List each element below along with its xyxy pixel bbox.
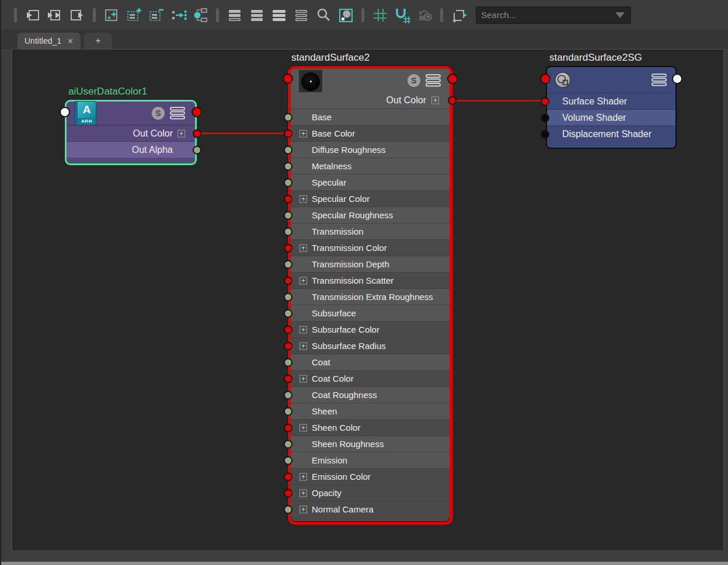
attribute-port[interactable] [284, 489, 292, 497]
attribute-row[interactable]: Emission Color [291, 468, 450, 484]
attribute-row[interactable]: Sheen [291, 403, 450, 419]
output-attribute-row[interactable]: Out Alpha [67, 141, 195, 158]
display-full-mode-icon[interactable] [270, 6, 288, 25]
shader-slot-row[interactable]: Surface Shader [547, 93, 675, 109]
expand-icon[interactable] [299, 195, 307, 203]
attribute-row[interactable]: Metalness [291, 158, 450, 174]
attribute-row[interactable]: Diffuse Roughness [291, 141, 450, 158]
node-header[interactable]: S [291, 69, 450, 92]
refresh-layout-icon[interactable] [450, 6, 468, 25]
attribute-row[interactable]: Transmission Color [291, 239, 450, 256]
display-simple-mode-icon[interactable] [225, 6, 244, 25]
node-header[interactable] [547, 67, 675, 93]
show-output-connections-icon[interactable] [68, 6, 86, 25]
node-output-port[interactable] [191, 107, 202, 117]
attribute-port[interactable] [284, 407, 292, 416]
attribute-row[interactable]: Sheen Roughness [291, 435, 450, 452]
out-color-port[interactable] [448, 96, 457, 105]
expand-icon[interactable] [177, 130, 185, 137]
expand-icon[interactable] [299, 505, 307, 513]
connection-wire-outcolor-surfaceshader[interactable] [451, 100, 548, 102]
attribute-port[interactable] [284, 456, 292, 465]
show-input-output-connections-icon[interactable] [46, 6, 64, 25]
attribute-row[interactable]: Transmission Extra Roughness [291, 288, 450, 305]
expand-icon[interactable] [299, 489, 307, 497]
expand-attributes-icon[interactable] [169, 106, 187, 120]
connect-on-drop-icon[interactable] [169, 6, 187, 25]
display-custom-mode-icon[interactable] [292, 6, 311, 25]
attribute-port[interactable] [193, 145, 201, 154]
attribute-port[interactable] [284, 162, 292, 170]
expand-icon[interactable] [299, 375, 307, 382]
swatch-badge-icon[interactable]: S [152, 107, 165, 120]
attribute-row[interactable]: Normal Camera [291, 501, 450, 517]
restore-graph-icon[interactable] [415, 6, 434, 25]
search-box[interactable] [476, 6, 631, 24]
attribute-port[interactable] [284, 194, 292, 203]
expand-attributes-icon[interactable] [425, 74, 443, 88]
node-body[interactable]: S Out Color Base Base Color [288, 66, 452, 525]
expand-icon[interactable] [299, 326, 307, 333]
shader-slot-port[interactable] [541, 113, 549, 122]
attribute-row[interactable]: Opacity [291, 484, 450, 501]
output-attribute-row[interactable]: Out Color [67, 125, 195, 141]
attribute-row[interactable]: Subsurface Radius [291, 337, 450, 354]
display-connected-mode-icon[interactable] [248, 6, 266, 25]
node-header[interactable]: A ARN S [67, 102, 195, 125]
attribute-row[interactable]: Specular Color [291, 190, 450, 207]
new-tab-button[interactable]: + [84, 33, 112, 49]
toggle-grid-icon[interactable] [371, 6, 389, 25]
attribute-row[interactable]: Coat Roughness [291, 386, 450, 403]
node-standardsurface2sg[interactable]: standardSurface2SG Surface [546, 52, 677, 149]
node-input-port[interactable] [283, 74, 293, 84]
expand-icon[interactable] [431, 97, 439, 104]
attribute-row[interactable]: Transmission Scatter [291, 272, 450, 288]
attribute-row[interactable]: Coat Color [291, 370, 450, 386]
attribute-row[interactable]: Coat [291, 354, 450, 370]
expand-icon[interactable] [299, 342, 307, 350]
node-standardsurface2[interactable]: standardSurface2 S Out Color [288, 52, 458, 525]
attribute-port[interactable] [284, 145, 292, 154]
attribute-port[interactable] [284, 423, 292, 432]
tab-untitled-1[interactable]: Untitled_1 [18, 33, 81, 49]
sparkle-box-icon[interactable] [102, 6, 121, 25]
expand-attributes-icon[interactable] [651, 73, 668, 87]
node-output-port[interactable] [447, 74, 458, 84]
add-nodes-to-graph-icon[interactable] [124, 6, 143, 25]
attribute-port[interactable] [284, 178, 292, 187]
attribute-port[interactable] [284, 211, 292, 219]
node-input-port[interactable] [60, 107, 70, 117]
attribute-port[interactable] [284, 292, 292, 301]
attribute-row[interactable]: Specular [291, 174, 450, 190]
material-swatch-icon[interactable] [336, 6, 355, 25]
shader-slot-port[interactable] [541, 130, 549, 138]
attribute-port[interactable] [284, 276, 292, 285]
expand-icon[interactable] [299, 244, 307, 252]
attribute-port[interactable] [284, 390, 292, 399]
attribute-port[interactable] [284, 358, 292, 367]
attribute-port[interactable] [284, 113, 292, 121]
expand-icon[interactable] [299, 473, 307, 480]
node-output-port[interactable] [672, 74, 682, 84]
attribute-row[interactable]: Subsurface Color [291, 321, 450, 337]
attribute-port[interactable] [284, 309, 292, 318]
attribute-port[interactable] [284, 472, 292, 481]
attribute-port[interactable] [284, 243, 292, 252]
attribute-port[interactable] [284, 440, 292, 448]
out-color-row[interactable]: Out Color [291, 92, 450, 109]
remove-nodes-from-graph-icon[interactable] [147, 6, 165, 25]
attribute-port[interactable] [284, 260, 292, 268]
attribute-row[interactable]: Base [291, 109, 450, 125]
node-body[interactable]: Surface Shader Volume Shader Displacemen… [546, 66, 677, 149]
expand-icon[interactable] [299, 130, 307, 137]
graph-canvas[interactable]: aiUserDataColor1 A ARN S Out Color [12, 49, 724, 551]
tab-close-icon[interactable] [67, 37, 74, 46]
attribute-row[interactable]: Sheen Color [291, 419, 450, 435]
expand-icon[interactable] [299, 424, 307, 431]
shader-slot-port[interactable] [541, 97, 549, 106]
attribute-port[interactable] [284, 505, 292, 514]
attribute-row[interactable]: Transmission Depth [291, 256, 450, 272]
attribute-port[interactable] [284, 325, 292, 334]
search-dropdown-arrow[interactable] [615, 12, 625, 18]
attribute-row[interactable]: Emission [291, 452, 450, 468]
